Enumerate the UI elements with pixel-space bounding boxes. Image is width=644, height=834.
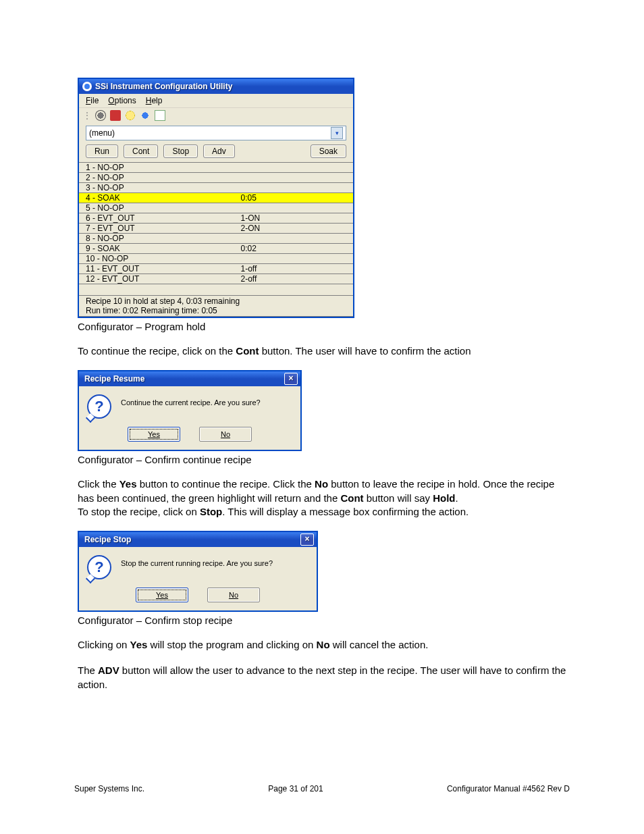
step-label: 8 - NO-OP — [79, 234, 238, 244]
window-title: SSi Instrument Configuration Utility — [95, 82, 232, 91]
page-footer: Super Systems Inc. Page 31 of 201 Config… — [74, 784, 570, 793]
menubar: File Options Help — [79, 94, 353, 107]
close-icon[interactable]: × — [284, 373, 298, 385]
dialog-resume-text: Continue the current recipe. Are you sur… — [121, 394, 261, 407]
step-label: 3 - NO-OP — [79, 183, 238, 193]
soak-button[interactable]: Soak — [311, 145, 346, 158]
steps-table: 1 - NO-OP2 - NO-OP3 - NO-OP4 - SOAK0:055… — [79, 162, 353, 284]
table-row[interactable]: 1 - NO-OP — [79, 163, 353, 173]
toolbar-icon-5[interactable] — [155, 110, 165, 121]
step-label: 11 - EVT_OUT — [79, 264, 238, 274]
dialog-resume: Recipe Resume × ? Continue the current r… — [78, 370, 302, 451]
table-row[interactable]: 3 - NO-OP — [79, 183, 353, 193]
status-line-1: Recipe 10 in hold at step 4, 0:03 remain… — [86, 296, 346, 306]
stop-button[interactable]: Stop — [163, 145, 198, 158]
toolbar-icon-1[interactable] — [95, 110, 106, 121]
stop-no-button[interactable]: No — [207, 588, 260, 602]
table-row[interactable]: 9 - SOAK0:02 — [79, 244, 353, 254]
step-value — [238, 234, 353, 244]
titlebar[interactable]: SSi Instrument Configuration Utility — [79, 79, 353, 94]
toolbar: ⋮ — [79, 107, 353, 124]
dialog-resume-titlebar[interactable]: Recipe Resume × — [79, 371, 300, 386]
table-row[interactable]: 2 - NO-OP — [79, 173, 353, 183]
main-window: SSi Instrument Configuration Utility Fil… — [78, 78, 354, 318]
toolbar-icon-4[interactable] — [140, 110, 151, 121]
dialog-stop-title: Recipe Stop — [84, 535, 131, 544]
step-label: 5 - NO-OP — [79, 203, 238, 213]
button-row: Run Cont Stop Adv Soak — [79, 145, 353, 162]
step-value — [238, 163, 353, 173]
footer-center: Page 31 of 201 — [268, 784, 323, 793]
table-row[interactable]: 5 - NO-OP — [79, 203, 353, 213]
table-row[interactable]: 6 - EVT_OUT1-ON — [79, 213, 353, 224]
step-value: 1-ON — [238, 213, 353, 224]
step-label: 6 - EVT_OUT — [79, 213, 238, 224]
step-label: 12 - EVT_OUT — [79, 274, 238, 284]
menu-options[interactable]: Options — [108, 96, 136, 105]
paragraph-stop: To stop the recipe, click on Stop. This … — [78, 505, 570, 519]
app-icon — [82, 82, 92, 91]
toolbar-icon-2[interactable] — [110, 110, 121, 121]
dialog-resume-title: Recipe Resume — [84, 374, 144, 384]
step-label: 9 - SOAK — [79, 244, 238, 254]
paragraph-cont: To continue the recipe, click on the Con… — [78, 344, 570, 358]
status-line-2: Run time: 0:02 Remaining time: 0:05 — [86, 306, 346, 315]
menu-file[interactable]: File — [86, 96, 99, 105]
footer-left: Super Systems Inc. — [74, 784, 144, 793]
step-value — [238, 183, 353, 193]
table-row[interactable]: 7 - EVT_OUT2-ON — [79, 224, 353, 234]
step-label: 2 - NO-OP — [79, 173, 238, 183]
toolbar-icon-3[interactable] — [125, 110, 136, 121]
table-row[interactable]: 10 - NO-OP — [79, 254, 353, 264]
table-row[interactable]: 4 - SOAK0:05 — [79, 193, 353, 203]
dialog-stop-text: Stop the current running recipe. Are you… — [121, 555, 273, 567]
status-box: Recipe 10 in hold at step 4, 0:03 remain… — [79, 295, 353, 317]
resume-yes-button[interactable]: Yes — [128, 427, 180, 442]
step-value: 2-ON — [238, 224, 353, 234]
caption-resume: Configurator – Confirm continue recipe — [78, 454, 570, 465]
question-icon: ? — [87, 394, 111, 419]
step-value: 0:02 — [238, 244, 353, 254]
question-icon: ? — [87, 555, 111, 579]
dropdown-value: (menu) — [89, 128, 115, 138]
step-value — [238, 203, 353, 213]
menu-help[interactable]: Help — [146, 96, 163, 105]
caption-main: Configurator – Program hold — [78, 321, 570, 332]
step-label: 1 - NO-OP — [79, 163, 238, 173]
step-value: 1-off — [238, 264, 353, 274]
adv-button[interactable]: Adv — [203, 145, 235, 158]
resume-no-button[interactable]: No — [199, 427, 252, 442]
paragraph-yes-no: Click the Yes button to continue the rec… — [78, 477, 570, 505]
footer-right: Configurator Manual #4562 Rev D — [447, 784, 570, 793]
table-row[interactable]: 12 - EVT_OUT2-off — [79, 274, 353, 284]
chevron-down-icon[interactable]: ▾ — [331, 127, 343, 139]
dialog-stop: Recipe Stop × ? Stop the current running… — [78, 531, 318, 612]
step-label: 7 - EVT_OUT — [79, 224, 238, 234]
step-value: 0:05 — [238, 193, 353, 203]
table-row[interactable]: 8 - NO-OP — [79, 234, 353, 244]
stop-yes-button[interactable]: Yes — [136, 588, 188, 602]
step-value — [238, 254, 353, 264]
close-icon[interactable]: × — [300, 533, 314, 546]
table-row[interactable]: 11 - EVT_OUT1-off — [79, 264, 353, 274]
step-value: 2-off — [238, 274, 353, 284]
step-label: 4 - SOAK — [79, 193, 238, 203]
paragraph-adv: The ADV button will allow the user to ad… — [78, 664, 570, 692]
dialog-stop-titlebar[interactable]: Recipe Stop × — [79, 532, 317, 547]
cont-button[interactable]: Cont — [124, 145, 158, 158]
run-button[interactable]: Run — [86, 145, 118, 158]
caption-stop: Configurator – Confirm stop recipe — [78, 615, 570, 626]
step-value — [238, 173, 353, 183]
step-label: 10 - NO-OP — [79, 254, 238, 264]
paragraph-clicking: Clicking on Yes will stop the program an… — [78, 638, 570, 652]
menu-dropdown[interactable]: (menu) ▾ — [86, 126, 346, 140]
